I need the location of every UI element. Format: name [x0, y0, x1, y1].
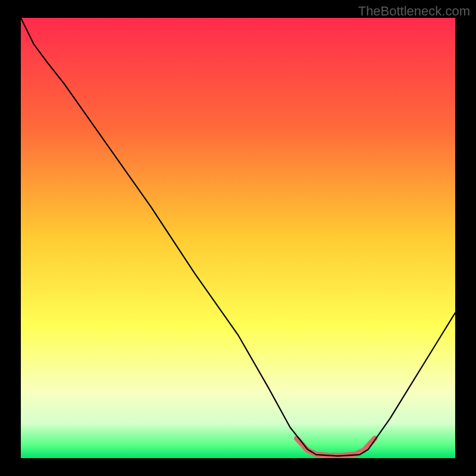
main-curve-path: [21, 18, 455, 456]
plot-area: [21, 18, 455, 458]
curve-layer: [21, 18, 455, 458]
chart-container: TheBottleneck.com: [0, 0, 476, 476]
watermark-text: TheBottleneck.com: [358, 4, 470, 19]
